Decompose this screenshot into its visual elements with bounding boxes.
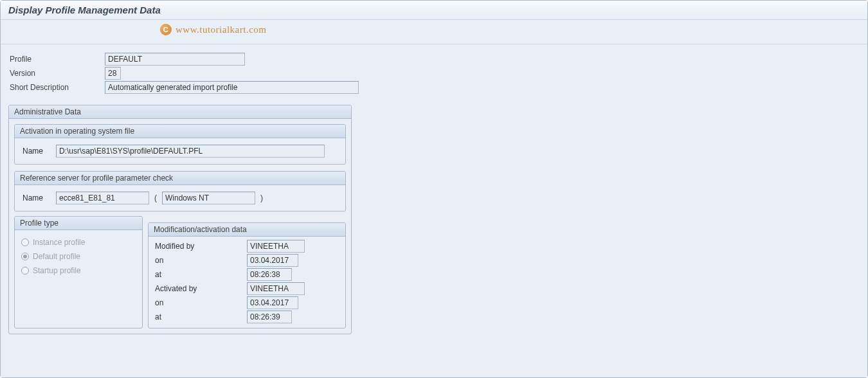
- page-title: Display Profile Management Data: [1, 1, 867, 20]
- watermark: C www.tutorialkart.com: [160, 24, 267, 35]
- row-short-description: Short Description: [8, 80, 860, 94]
- label-activated-by: Activated by: [154, 284, 247, 293]
- legend-profile-type: Profile type: [15, 217, 142, 230]
- label-short-description: Short Description: [8, 83, 105, 92]
- fieldset-activation-file: Activation in operating system file Name: [14, 124, 346, 165]
- fieldset-admin-data: Administrative Data Activation in operat…: [8, 105, 352, 334]
- input-server-name: [56, 192, 149, 204]
- legend-reference-server: Reference server for profile parameter c…: [15, 172, 345, 185]
- radio-instance-profile: Instance profile: [21, 235, 136, 249]
- radio-label-startup: Startup profile: [33, 266, 81, 275]
- radio-icon: [21, 267, 29, 274]
- radio-icon: [21, 253, 29, 260]
- app-window: Display Profile Management Data C www.tu…: [0, 0, 868, 378]
- row-version: Version: [8, 66, 860, 80]
- label-activated-on: on: [154, 298, 247, 307]
- radio-icon: [21, 239, 29, 246]
- legend-activation-file: Activation in operating system file: [15, 125, 345, 138]
- watermark-text: www.tutorialkart.com: [176, 24, 267, 35]
- input-server-os: [162, 192, 255, 204]
- label-profile: Profile: [8, 55, 105, 64]
- input-activated-at: [247, 310, 292, 323]
- input-short-description: [105, 81, 359, 94]
- paren-close: ): [255, 194, 268, 203]
- legend-modification-data: Modification/activation data: [149, 223, 345, 237]
- input-modified-at: [247, 268, 292, 281]
- input-modified-on: [247, 254, 298, 267]
- radio-label-default: Default profile: [33, 252, 80, 261]
- label-server-name: Name: [20, 194, 52, 203]
- input-version: [105, 67, 121, 80]
- legend-admin-data: Administrative Data: [9, 105, 351, 119]
- toolbar: C www.tutorialkart.com: [1, 20, 867, 44]
- fieldset-modification-data: Modification/activation data Modified by…: [148, 222, 346, 328]
- input-modified-by: [247, 240, 305, 253]
- input-activated-by: [247, 282, 305, 295]
- fieldset-reference-server: Reference server for profile parameter c…: [14, 171, 346, 212]
- input-profile: [105, 53, 245, 66]
- input-activated-on: [247, 296, 298, 309]
- copyright-icon: C: [160, 24, 172, 35]
- label-modified-by: Modified by: [154, 242, 247, 251]
- row-profile: Profile: [8, 52, 860, 66]
- content-area: Profile Version Short Description Admini…: [1, 44, 867, 377]
- label-file-name: Name: [20, 147, 52, 156]
- fieldset-profile-type: Profile type Instance profile Default pr…: [14, 216, 143, 328]
- label-activated-at: at: [154, 312, 247, 321]
- radio-label-instance: Instance profile: [33, 238, 85, 247]
- paren-open: (: [149, 194, 162, 203]
- label-version: Version: [8, 69, 105, 78]
- input-file-name: [56, 145, 325, 158]
- radio-startup-profile: Startup profile: [21, 264, 136, 278]
- radio-default-profile: Default profile: [21, 249, 136, 264]
- label-modified-at: at: [154, 270, 247, 279]
- label-modified-on: on: [154, 256, 247, 265]
